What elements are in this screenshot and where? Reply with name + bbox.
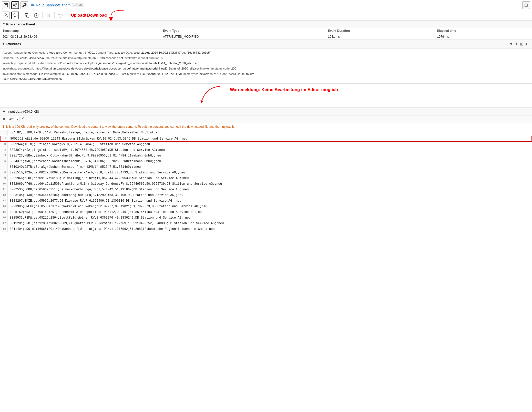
attr-key: invokehttp.status.code: bbox=[200, 67, 231, 70]
line-number: 2 bbox=[1, 136, 8, 141]
line-number: 8 bbox=[0, 170, 8, 176]
table-cell: 1941 ms bbox=[325, 34, 435, 40]
table-row: 98001966;MFOL;de:09187:90183;Feldolling;… bbox=[0, 176, 532, 181]
svg-rect-10 bbox=[32, 5, 33, 5]
line-number: 9 bbox=[0, 176, 8, 181]
line-content: 8003305;EREKK;de:05554:37195;Reken-Klein… bbox=[8, 204, 209, 210]
attribute-line: filename: 1a9ce0ff-54c8-4dcc-a019-32afc9… bbox=[3, 55, 529, 61]
attr-key: ETag: bbox=[178, 51, 186, 54]
save-button[interactable] bbox=[2, 1, 10, 9]
upload-button[interactable] bbox=[2, 12, 10, 19]
line-number: 6 bbox=[0, 159, 8, 164]
pilcrow-button[interactable]: ¶ bbox=[21, 116, 26, 122]
table-cell: ATTRIBUTES_MODIFIED bbox=[160, 34, 325, 40]
svg-rect-6 bbox=[31, 4, 32, 4]
table-row: 28002551;AELB;de:02000:11943;Hamburg Elb… bbox=[0, 136, 532, 142]
download-button[interactable] bbox=[11, 12, 19, 19]
title-area: Neue Bahnhöfe filtern 2.0-M4 bbox=[31, 3, 84, 7]
mode-select[interactable]: text json xml bbox=[7, 117, 19, 122]
attr-key: Connection: bbox=[32, 51, 48, 54]
paste-button[interactable] bbox=[33, 12, 40, 19]
attr-key: path: bbox=[209, 72, 216, 75]
line-content: 8003297;EKIE;de:05962:2677:90;Kierspe;RV… bbox=[8, 198, 183, 204]
attribute-line: invokehttp.request.url: https://files.vi… bbox=[3, 61, 529, 66]
warning-annotation: Warnmeldung: Keine Bearbeitung im Editor… bbox=[0, 84, 532, 107]
separator-1 bbox=[21, 12, 21, 18]
svg-rect-9 bbox=[31, 5, 32, 5]
line-content: 8005169;MRAI;de:09163:201;Rosenheim Aich… bbox=[8, 210, 206, 215]
attributes-title: ≡ Attributes bbox=[3, 42, 509, 46]
provenance-icon: ≡ bbox=[3, 22, 5, 26]
maximize-button[interactable] bbox=[522, 1, 530, 9]
recycle-button[interactable] bbox=[57, 12, 64, 19]
line-number: 1 bbox=[0, 130, 8, 136]
table-cell: 1979 ms bbox=[435, 34, 532, 40]
add-attr-icon[interactable]: + bbox=[515, 41, 518, 47]
line-content: 8005933;RSFW;de:08215:1864;Stettfeld-Wei… bbox=[8, 215, 193, 221]
line-number: 7 bbox=[0, 164, 8, 170]
line-content: 8011404;UDO;de:16065:8011404;Donndorf(Un… bbox=[8, 227, 217, 232]
line-number: 14 bbox=[0, 204, 8, 210]
provenance-title: Provenance Event bbox=[6, 22, 35, 26]
table-row: 2024-08-21 18:20:53.496ATTRIBUTES_MODIFI… bbox=[0, 34, 532, 40]
page-title: Neue Bahnhöfe filtern bbox=[36, 3, 70, 7]
attr-key: Last-Modified: bbox=[120, 72, 139, 75]
hamburger-icon[interactable]: ≡ bbox=[3, 117, 5, 122]
line-content: 8002551;AELB;de:02000:11943;Hamburg Elbb… bbox=[8, 136, 189, 141]
table-row: 158005169;MRAI;de:09163:201;Rosenheim Ai… bbox=[0, 210, 532, 215]
svg-marker-20 bbox=[200, 101, 203, 103]
attr-key: uuid: bbox=[3, 77, 9, 81]
toolbar-top: Neue Bahnhöfe filtern 2.0-M4 bbox=[0, 0, 532, 10]
erase-button[interactable] bbox=[45, 12, 52, 19]
tag-icon[interactable]: 🏷 bbox=[525, 42, 529, 46]
attr-key: Content-Type: bbox=[96, 51, 114, 54]
table-row: 148003305;EREKK;de:05554:37195;Reken-Kle… bbox=[0, 204, 532, 210]
line-number: 18 bbox=[0, 227, 8, 232]
attributes-body: Accept-Ranges: bytes Connection: keep-al… bbox=[0, 48, 532, 84]
attr-key: invokehttp.tx.id: bbox=[44, 72, 65, 75]
attr-key: invokehttp.request.url: bbox=[3, 62, 32, 65]
table-row: 1EVA_NR;DS100;IFOPT;NAME;Verkehr;Laenge;… bbox=[0, 130, 532, 136]
attr-key: invokehttp.remote.dn: bbox=[68, 56, 97, 60]
line-content: 8001944;TETN;;Eutingen Nord;RV;8,7531;48… bbox=[8, 142, 152, 148]
filter-icon bbox=[31, 3, 34, 7]
wrench-button[interactable] bbox=[21, 1, 28, 9]
table-row: 188011404;UDO;de:16065:8011404;Donndorf(… bbox=[0, 227, 532, 232]
attr-key: invokehttp.request.duration: bbox=[124, 56, 160, 60]
attribute-line: uuid: 1a9ce0ff-54c8-4dcc-a019-32afc9dc09… bbox=[3, 76, 529, 82]
line-content: 8003105;HJAH;de:03461:3106;Jaderberg;nur… bbox=[8, 193, 185, 198]
col-event-type: Event Type bbox=[160, 28, 325, 34]
col-elapsed-time: Elapsed time bbox=[435, 28, 532, 34]
content-area: 1EVA_NR;DS100;IFOPT;NAME;Verkehr;Laenge;… bbox=[0, 130, 532, 232]
line-number: 13 bbox=[0, 198, 8, 204]
line-content: 8003074;MIA;;Ingolstadt Audi;RV;11,40745… bbox=[8, 148, 167, 153]
upload-download-label: Upload/ Download bbox=[71, 13, 107, 18]
svg-point-2 bbox=[13, 4, 15, 6]
warning-text: Warnmeldung: Keine Bearbeitung im Editor… bbox=[230, 85, 338, 92]
attr-key: Content-Length: bbox=[63, 51, 84, 54]
svg-point-3 bbox=[16, 6, 17, 7]
provenance-header: ≡ Provenance Event bbox=[0, 21, 532, 28]
table-view-icon[interactable]: ⊞ bbox=[520, 42, 523, 46]
share-button[interactable] bbox=[11, 1, 19, 9]
readonly-warning-message: This is a 100 KB read-only preview of th… bbox=[0, 123, 532, 130]
copy-button[interactable] bbox=[23, 12, 31, 19]
svg-point-1 bbox=[16, 3, 17, 4]
table-row: 68004371;KRO;;Nörvenich-Rommelsheim;nur … bbox=[0, 159, 532, 164]
mode-select-wrap[interactable]: text json xml bbox=[7, 117, 19, 122]
line-content: 8001723;HEBA;;Einbeck Otto-Hahn-Straße;R… bbox=[8, 153, 163, 159]
line-number: 4 bbox=[0, 148, 8, 153]
readonly-text: This is a 100 KB read-only preview of th… bbox=[3, 125, 235, 129]
csv-lines: 1EVA_NR;DS100;IFOPT;NAME;Verkehr;Laenge;… bbox=[0, 130, 532, 232]
attr-key: invokehttp.response.url: bbox=[3, 67, 34, 70]
table-row: 178011201;BFBI;de:12061:900260009;Flugha… bbox=[0, 221, 532, 227]
attributes-header: ≡ Attributes ▼ + ⊞ 🏷 bbox=[0, 40, 532, 48]
attributes-actions: ▼ + ⊞ 🏷 bbox=[509, 41, 529, 47]
input-data-header: ↵ Input data (634.5 KB) bbox=[0, 107, 532, 115]
line-number: 16 bbox=[0, 215, 8, 221]
filter-attr-icon[interactable]: ▼ bbox=[509, 42, 513, 46]
svg-line-4 bbox=[14, 5, 16, 6]
svg-rect-7 bbox=[32, 4, 33, 4]
attr-key: filename: bbox=[3, 56, 15, 60]
upload-arrow bbox=[108, 9, 129, 22]
